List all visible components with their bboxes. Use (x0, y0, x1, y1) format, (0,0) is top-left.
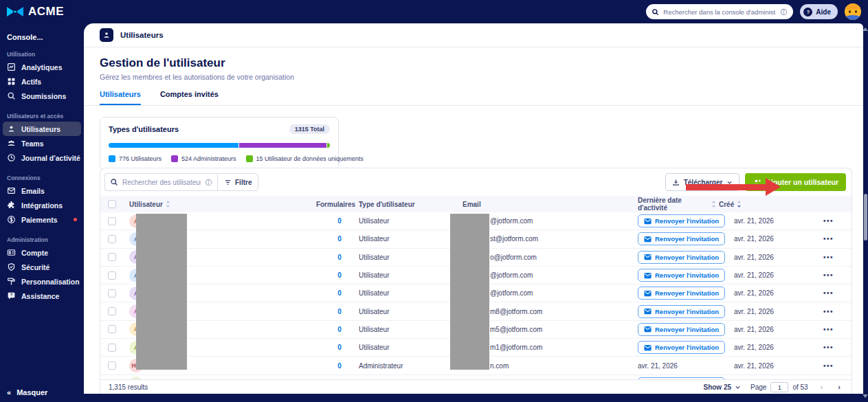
sidebar-item-assistance[interactable]: ?Assistance (3, 289, 81, 303)
sidebar-item-paiements[interactable]: Paiements (3, 212, 81, 227)
row-checkbox[interactable] (108, 271, 116, 280)
forms-count-link[interactable]: 0 (320, 254, 359, 261)
column-header-utilisateur[interactable]: Utilisateur (124, 201, 320, 208)
resend-invitation-button[interactable]: Renvoyer l'invitation (638, 287, 725, 300)
sidebar-item-utilisateurs[interactable]: Utilisateurs (3, 122, 81, 136)
sidebar-item-label: Assistance (21, 292, 59, 300)
sort-icon (166, 201, 170, 208)
sidebar-item-compte[interactable]: Compte (3, 245, 81, 260)
sidebar-item-personnalisation[interactable]: Personnalisation (3, 274, 81, 289)
forms-count-link[interactable]: 0 (320, 271, 359, 279)
download-button[interactable]: Télécharger (665, 173, 740, 191)
add-user-button[interactable]: Ajouter un utilisateur (745, 173, 846, 191)
page-scrollbar[interactable] (863, 23, 868, 402)
row-checkbox[interactable] (108, 307, 116, 315)
sidebar: Console... UtilisationAnalytiquesActifsS… (0, 23, 84, 402)
resend-invitation-button[interactable]: Renvoyer l'invitation (638, 323, 725, 336)
row-checkbox[interactable] (108, 325, 116, 333)
row-actions-menu[interactable]: ••• (805, 308, 852, 315)
sidebar-item-teams[interactable]: Teams (3, 136, 81, 150)
sidebar-item-soumissions[interactable]: Soumissions (3, 89, 81, 103)
user-type-cell: Utilisateur (359, 326, 451, 333)
user-type-cell: Utilisateur (359, 254, 451, 261)
collapse-sidebar-button[interactable]: « Masquer (7, 388, 47, 397)
column-header-cree[interactable]: Créé (716, 201, 805, 208)
forms-count-link[interactable]: 0 (320, 289, 359, 297)
forms-count-link[interactable]: 0 (320, 235, 359, 243)
sidebar-section-title-utilisateurs-et-acces: Utilisateurs et accès (0, 113, 84, 120)
forms-count-link[interactable]: 0 (320, 326, 359, 333)
resend-invitation-button[interactable]: Renvoyer l'invitation (638, 214, 725, 227)
row-actions-menu[interactable]: ••• (805, 289, 852, 297)
select-all-checkbox[interactable] (108, 200, 116, 208)
resend-invitation-button[interactable]: Renvoyer l'invitation (638, 305, 725, 318)
scrollbar-thumb[interactable] (864, 194, 867, 241)
row-checkbox[interactable] (108, 289, 116, 298)
tab-comptes-invites[interactable]: Comptes invités (160, 90, 219, 105)
sidebar-item-journal-d-activite[interactable]: Journal d'activité (3, 150, 81, 165)
column-header-formulaires[interactable]: Formulaires (320, 201, 359, 208)
created-date-cell: avr. 21, 2026 (716, 235, 805, 243)
row-actions-menu[interactable]: ••• (805, 362, 852, 370)
resend-invitation-label: Renvoyer l'invitation (655, 308, 719, 315)
sidebar-item-label: Personnalisation (21, 278, 80, 286)
resend-invitation-button[interactable]: Renvoyer l'invitation (638, 269, 725, 282)
user-avatar[interactable] (845, 3, 861, 20)
resend-invitation-label: Renvoyer l'invitation (655, 217, 719, 225)
tab-utilisateurs[interactable]: Utilisateurs (100, 90, 141, 105)
row-checkbox[interactable] (108, 217, 116, 225)
page-number-input[interactable] (770, 382, 788, 392)
sort-icon (737, 201, 742, 208)
last-activity-cell: Renvoyer l'invitation (628, 214, 716, 227)
previous-page-button[interactable]: ‹ (818, 383, 826, 391)
resend-invitation-button[interactable]: Renvoyer l'invitation (638, 251, 725, 264)
envelope-icon (644, 236, 652, 243)
row-actions-menu[interactable]: ••• (805, 217, 852, 225)
envelope-icon (644, 254, 652, 260)
console-search-input[interactable]: Rechercher dans la console d'administ (646, 4, 793, 19)
page-size-select[interactable]: Show 25 (703, 383, 741, 391)
legend-label: 524 Administrateurs (181, 155, 236, 162)
next-page-button[interactable]: › (835, 383, 843, 391)
chevrons-left-icon: « (7, 388, 11, 397)
envelope-icon (644, 308, 652, 315)
forms-count-link[interactable]: 0 (320, 217, 359, 225)
forms-count-link[interactable]: 0 (320, 362, 359, 370)
users-search-input[interactable]: Rechercher des utilisateurs (104, 173, 217, 191)
row-checkbox[interactable] (108, 344, 116, 352)
scroll-up-arrow-icon[interactable] (863, 27, 868, 31)
row-checkbox[interactable] (108, 235, 116, 243)
row-checkbox[interactable] (108, 361, 116, 370)
scroll-down-arrow-icon[interactable] (863, 394, 868, 398)
column-label: Email (463, 201, 481, 208)
console-switcher[interactable]: Console... (0, 33, 84, 41)
resend-invitation-button[interactable]: Renvoyer l'invitation (638, 232, 725, 245)
sidebar-item-securite[interactable]: Sécurité (3, 260, 81, 274)
created-date-cell: avr. 21, 2026 (716, 344, 805, 351)
forms-count-link[interactable]: 0 (320, 344, 359, 351)
sidebar-item-integrations[interactable]: Intégrations (3, 198, 81, 212)
page-total-label: of 53 (792, 383, 808, 391)
column-label: Formulaires (316, 201, 355, 208)
sidebar-item-actifs[interactable]: Actifs (3, 74, 81, 89)
filter-button[interactable]: Filtre (217, 173, 258, 191)
created-date-cell: avr. 21, 2026 (716, 308, 805, 315)
row-checkbox[interactable] (108, 253, 116, 261)
help-button[interactable]: ? Aide (800, 4, 838, 19)
tab-bar: UtilisateursComptes invités (84, 90, 863, 106)
row-actions-menu[interactable]: ••• (805, 254, 852, 261)
activity-icon (7, 153, 16, 162)
sidebar-item-emails[interactable]: Emails (3, 183, 81, 198)
envelope-icon (644, 290, 652, 297)
row-actions-menu[interactable]: ••• (805, 326, 852, 333)
console-search-placeholder: Rechercher dans la console d'administ (663, 8, 776, 16)
customization-icon (7, 277, 16, 286)
forms-count-link[interactable]: 0 (320, 308, 359, 315)
row-actions-menu[interactable]: ••• (805, 271, 852, 279)
sidebar-item-analytiques[interactable]: Analytiques (3, 60, 81, 74)
row-actions-menu[interactable]: ••• (805, 235, 852, 243)
column-header-derniere-date-d-activite[interactable]: Dernière date d'activité (628, 197, 716, 212)
row-actions-menu[interactable]: ••• (805, 344, 852, 351)
created-date-cell: avr. 21, 2026 (716, 362, 805, 370)
resend-invitation-button[interactable]: Renvoyer l'invitation (638, 341, 725, 354)
